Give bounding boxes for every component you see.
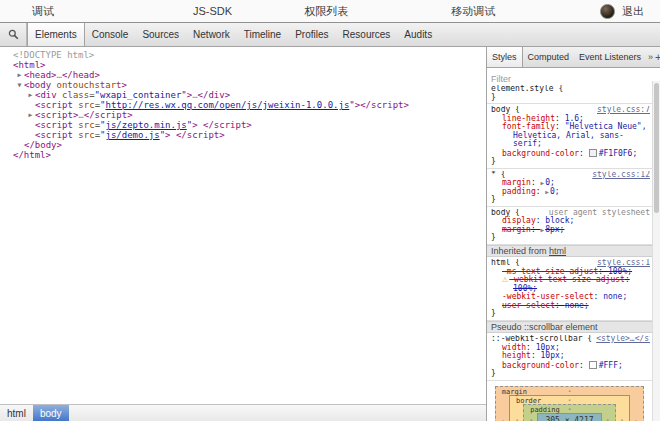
property-value[interactable]: none; <box>603 292 627 301</box>
padding-left-value[interactable]: - <box>529 417 533 421</box>
code-token: <script <box>35 130 78 140</box>
section-header-link[interactable]: html <box>549 246 566 256</box>
devtools-toolbar: Elements Console Sources Network Timelin… <box>0 23 660 47</box>
expand-shorthand-icon[interactable]: ▶ <box>541 226 545 233</box>
logout-link[interactable]: 退出 <box>622 4 644 19</box>
tab-computed[interactable]: Computed <box>523 47 575 67</box>
border-label: border <box>516 397 541 405</box>
code-token: <script <box>35 120 78 130</box>
tab-network[interactable]: Network <box>186 23 237 46</box>
crumb-body[interactable]: body <box>33 405 69 421</box>
padding-top-value[interactable]: - <box>567 405 571 413</box>
css-property[interactable]: ⚠-webkit-text-size-adjust: 100%; <box>491 276 650 293</box>
expander-closed-icon[interactable]: ▶ <box>26 110 35 120</box>
property-value[interactable]: 10px; <box>541 351 565 360</box>
color-swatch[interactable] <box>589 361 597 369</box>
tree-node[interactable]: </html> <box>0 150 486 160</box>
nav-item-debug[interactable]: 调试 <box>32 4 54 19</box>
css-property[interactable]: padding: ▶0; <box>491 188 650 197</box>
property-value[interactable]: #FFF; <box>599 361 623 370</box>
tree-node[interactable]: <html> <box>0 60 486 70</box>
tree-node[interactable]: ▶<script>…</script> <box>0 110 486 120</box>
tab-timeline[interactable]: Timeline <box>237 23 288 46</box>
code-token: <div <box>35 90 62 100</box>
css-property[interactable]: background-color: #F1F0F6; <box>491 149 650 159</box>
property-name[interactable]: user-select <box>502 301 555 310</box>
margin-right-value[interactable]: - <box>634 418 638 421</box>
tree-node[interactable]: <script src="http://res.wx.qq.com/open/j… <box>0 100 486 110</box>
tree-node[interactable]: <!DOCTYPE html> <box>0 50 486 60</box>
expander-closed-icon[interactable]: ▶ <box>26 90 35 100</box>
expander-closed-icon[interactable]: ▶ <box>15 70 24 80</box>
resource-link[interactable]: js/zepto.min.js <box>105 120 186 130</box>
border-right-value[interactable]: - <box>620 417 624 421</box>
css-property[interactable]: margin: ▶8px; <box>491 226 650 235</box>
expand-shorthand-icon[interactable]: ▶ <box>541 179 545 186</box>
border-left-value[interactable]: - <box>515 417 519 421</box>
property-name[interactable]: background-color <box>502 361 579 370</box>
code-token: src <box>78 100 94 110</box>
expander-open-icon[interactable]: ▼ <box>15 80 24 90</box>
color-swatch[interactable] <box>589 149 597 157</box>
crumb-html[interactable]: html <box>0 405 33 421</box>
css-property[interactable]: user-select: none; <box>491 302 650 311</box>
css-property[interactable]: height: 10px; <box>491 352 650 361</box>
property-value[interactable]: 8px; <box>545 225 564 234</box>
tree-node[interactable]: </body> <box>0 140 486 150</box>
tab-styles[interactable]: Styles <box>487 47 523 67</box>
css-property[interactable]: font-family: "Helvetica Neue", Helvetica… <box>491 123 650 149</box>
tab-sources[interactable]: Sources <box>135 23 186 46</box>
tree-node[interactable]: ▶<head>…</head> <box>0 70 486 80</box>
property-name[interactable]: margin <box>502 225 531 234</box>
code-token: src <box>78 120 94 130</box>
tree-node[interactable]: ▶<div class="wxapi_container">…</div> <box>0 90 486 100</box>
rule-close-brace: } <box>491 370 650 379</box>
stylesheet-source-link[interactable]: style.css:12 <box>588 171 650 180</box>
border-top-value[interactable]: - <box>567 396 571 404</box>
styles-filter-row <box>487 68 660 83</box>
styles-sidebar: Styles Computed Event Listeners » + elem… <box>487 47 660 421</box>
resource-link[interactable]: http://res.wx.qq.com/open/js/jweixin-1.0… <box>105 100 349 110</box>
breadcrumb: html body <box>0 404 486 421</box>
property-value[interactable]: 0; <box>550 187 560 196</box>
resource-link[interactable]: js/demo.js <box>105 130 159 140</box>
tree-node[interactable]: <script src="js/zepto.min.js"> </script> <box>0 120 486 130</box>
margin-left-value[interactable]: - <box>501 418 505 421</box>
tab-console[interactable]: Console <box>85 23 136 46</box>
warning-icon: ⚠ <box>502 276 508 284</box>
property-name[interactable]: height <box>502 351 531 360</box>
tab-overflow-chevron-icon[interactable]: » <box>646 47 655 67</box>
tree-node[interactable]: <script src="js/demo.js"> </script> <box>0 130 486 140</box>
tab-elements[interactable]: Elements <box>27 23 85 46</box>
nav-item-mobile-debug[interactable]: 移动调试 <box>451 4 495 19</box>
sidebar-scrollbar-thumb[interactable] <box>654 83 659 213</box>
padding-right-value[interactable]: - <box>606 417 610 421</box>
expand-shorthand-icon[interactable]: ▶ <box>545 188 549 195</box>
sidebar-scrollbar[interactable] <box>652 81 660 421</box>
css-property[interactable]: background-color: #FFF; <box>491 361 650 371</box>
code-token: </head> <box>62 70 100 80</box>
stylesheet-source-link[interactable]: <style>…</style> <box>592 335 650 344</box>
box-model-content[interactable]: 305 × 4217 <box>537 413 601 421</box>
stylesheet-source-link[interactable]: style.css:7 <box>593 106 650 115</box>
new-style-rule-icon[interactable]: + <box>655 52 660 63</box>
tree-node[interactable]: ▼<body ontouchstart> <box>0 80 486 90</box>
tab-resources[interactable]: Resources <box>336 23 398 46</box>
property-value[interactable]: none; <box>565 301 589 310</box>
inspect-element-button[interactable] <box>0 23 27 46</box>
nav-item-jssdk[interactable]: JS-SDK <box>193 5 232 17</box>
tab-profiles[interactable]: Profiles <box>288 23 335 46</box>
rule-selector[interactable]: element.style { <box>491 85 563 94</box>
nav-item-permission-list[interactable]: 权限列表 <box>304 4 348 19</box>
tab-event-listeners[interactable]: Event Listeners <box>574 47 646 67</box>
rule-close-brace: } <box>491 94 650 103</box>
rule-header: element.style { <box>491 85 650 94</box>
code-token: <html> <box>13 60 46 70</box>
tab-audits[interactable]: Audits <box>397 23 439 46</box>
property-name[interactable]: background-color <box>502 149 579 158</box>
avatar[interactable] <box>600 4 615 19</box>
property-name[interactable]: padding <box>502 187 536 196</box>
margin-top-value[interactable]: - <box>567 387 571 395</box>
property-value[interactable]: #F1F0F6; <box>599 149 638 158</box>
code-token: ontouchstart <box>57 80 122 90</box>
